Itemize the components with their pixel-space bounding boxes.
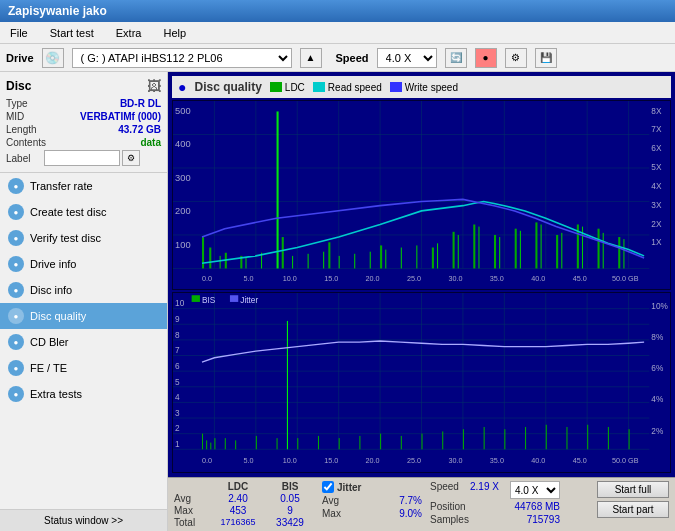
svg-text:400: 400 xyxy=(175,139,191,149)
eject-button[interactable]: ▲ xyxy=(300,48,322,68)
svg-rect-49 xyxy=(432,248,434,269)
svg-text:2: 2 xyxy=(175,424,180,434)
position-label: Position xyxy=(430,501,466,512)
svg-rect-42 xyxy=(209,248,211,269)
start-full-button[interactable]: Start full xyxy=(597,481,669,498)
position-value: 44768 MB xyxy=(514,501,560,512)
svg-rect-66 xyxy=(354,254,355,269)
disc-info-icon: ● xyxy=(8,282,24,298)
svg-rect-131 xyxy=(230,296,238,303)
title-text: Zapisywanie jako xyxy=(8,4,107,18)
menu-bar: File Start test Extra Help xyxy=(0,22,675,44)
svg-rect-139 xyxy=(256,436,257,449)
svg-rect-60 xyxy=(245,258,246,268)
svg-text:3X: 3X xyxy=(651,200,662,210)
svg-rect-157 xyxy=(608,427,609,449)
disc-length-label: Length xyxy=(6,124,37,135)
svg-text:20.0: 20.0 xyxy=(366,274,380,283)
svg-text:9: 9 xyxy=(175,314,180,324)
upper-chart-svg: 500 400 300 200 100 0.0 5.0 10.0 15.0 20… xyxy=(173,101,670,289)
svg-rect-51 xyxy=(473,224,475,268)
ldc-avg-val: 2.40 xyxy=(214,493,262,504)
menu-help[interactable]: Help xyxy=(157,25,192,41)
drive-select[interactable]: ( G: ) ATAPI iHBS112 2 PL06 xyxy=(72,48,292,68)
disc-icon[interactable]: 🖼 xyxy=(147,78,161,94)
sidebar-item-label-create-test-disc: Create test disc xyxy=(30,206,106,218)
svg-rect-133 xyxy=(202,434,203,450)
svg-rect-137 xyxy=(225,439,226,450)
sidebar-item-fe-te[interactable]: ●FE / TE xyxy=(0,355,167,381)
svg-text:10.0: 10.0 xyxy=(283,456,297,465)
svg-rect-65 xyxy=(339,256,340,269)
sidebar-item-label-fe-te: FE / TE xyxy=(30,362,67,374)
svg-text:Jitter: Jitter xyxy=(240,295,258,305)
sidebar-item-disc-info[interactable]: ●Disc info xyxy=(0,277,167,303)
svg-rect-136 xyxy=(214,439,215,450)
save-button[interactable]: 💾 xyxy=(535,48,557,68)
fe-te-icon: ● xyxy=(8,360,24,376)
sidebar-item-verify-test-disc[interactable]: ●Verify test disc xyxy=(0,225,167,251)
menu-starttest[interactable]: Start test xyxy=(44,25,100,41)
svg-text:2X: 2X xyxy=(651,219,662,229)
sidebar-item-label-verify-test-disc: Verify test disc xyxy=(30,232,101,244)
disc-length-value: 43.72 GB xyxy=(118,124,161,135)
content-area: ● Disc quality LDC Read speed Write spee… xyxy=(168,72,675,531)
sidebar-item-disc-quality[interactable]: ●Disc quality xyxy=(0,303,167,329)
svg-rect-147 xyxy=(401,436,402,449)
sidebar-item-extra-tests[interactable]: ●Extra tests xyxy=(0,381,167,407)
svg-text:25.0: 25.0 xyxy=(407,456,421,465)
menu-file[interactable]: File xyxy=(4,25,34,41)
sidebar-item-drive-info[interactable]: ●Drive info xyxy=(0,251,167,277)
sidebar-item-transfer-rate[interactable]: ●Transfer rate xyxy=(0,173,167,199)
chart-upper: 500 400 300 200 100 0.0 5.0 10.0 15.0 20… xyxy=(172,100,671,290)
svg-rect-146 xyxy=(380,434,381,450)
speed-value: 2.19 X xyxy=(470,481,499,499)
svg-text:8%: 8% xyxy=(651,332,663,342)
svg-rect-48 xyxy=(380,245,382,268)
svg-text:50.0 GB: 50.0 GB xyxy=(612,274,639,283)
svg-rect-64 xyxy=(323,252,324,269)
svg-text:10.0: 10.0 xyxy=(283,274,297,283)
svg-rect-154 xyxy=(546,425,547,450)
create-test-disc-icon: ● xyxy=(8,204,24,220)
disc-header: Disc 🖼 xyxy=(6,78,161,94)
disc-label-input[interactable] xyxy=(44,150,120,166)
start-part-button[interactable]: Start part xyxy=(597,501,669,518)
cd-bler-icon: ● xyxy=(8,334,24,350)
jitter-avg-row: Avg 7.7% xyxy=(322,495,422,506)
sidebar-item-label-disc-quality: Disc quality xyxy=(30,310,86,322)
speed-select-drive[interactable]: 4.0 X xyxy=(377,48,437,68)
speed-section: Speed 2.19 X 4.0 X Position 44768 MB Sam… xyxy=(430,481,560,525)
svg-rect-142 xyxy=(297,439,298,450)
sidebar-item-create-test-disc[interactable]: ●Create test disc xyxy=(0,199,167,225)
legend-writespeed-label: Write speed xyxy=(405,82,458,93)
legend-readspeed-box xyxy=(313,82,325,92)
menu-extra[interactable]: Extra xyxy=(110,25,148,41)
sidebar-item-cd-bler[interactable]: ●CD Bler xyxy=(0,329,167,355)
bis-total-val: 33429 xyxy=(266,517,314,528)
avg-row-label: Avg xyxy=(174,493,210,504)
jitter-max-label: Max xyxy=(322,508,341,519)
transfer-rate-icon: ● xyxy=(8,178,24,194)
svg-rect-46 xyxy=(282,237,284,268)
jitter-checkbox[interactable] xyxy=(322,481,334,493)
svg-text:100: 100 xyxy=(175,239,191,249)
disc-label-settings-btn[interactable]: ⚙ xyxy=(122,150,140,166)
svg-text:4: 4 xyxy=(175,392,180,402)
burn-button[interactable]: ● xyxy=(475,48,497,68)
svg-rect-80 xyxy=(623,239,624,268)
disc-contents-value: data xyxy=(140,137,161,148)
disc-type-label: Type xyxy=(6,98,28,109)
svg-text:4%: 4% xyxy=(651,394,663,404)
jitter-section: Jitter Avg 7.7% Max 9.0% xyxy=(322,481,422,519)
svg-rect-70 xyxy=(416,245,417,268)
settings-button[interactable]: ⚙ xyxy=(505,48,527,68)
svg-rect-57 xyxy=(598,229,600,269)
svg-text:500: 500 xyxy=(175,106,191,116)
svg-rect-74 xyxy=(499,237,500,268)
status-window-btn[interactable]: Status window >> xyxy=(0,509,167,531)
refresh-button[interactable]: 🔄 xyxy=(445,48,467,68)
svg-text:5: 5 xyxy=(175,377,180,387)
speed-select-stats[interactable]: 4.0 X xyxy=(510,481,560,499)
svg-text:45.0: 45.0 xyxy=(573,456,587,465)
